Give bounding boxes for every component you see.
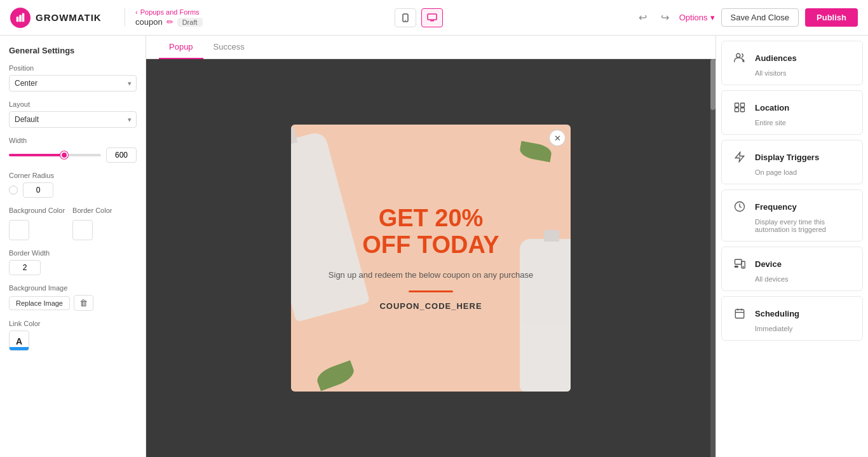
- logo-svg: [15, 12, 26, 24]
- layout-select[interactable]: Default: [9, 111, 137, 128]
- layout-label: Layout: [9, 100, 137, 108]
- breadcrumb-area: ‹ Popups and Forms coupon ✏ Draft: [125, 8, 203, 27]
- tabs-bar: Popup Success: [146, 36, 715, 59]
- triggers-value: On page load: [731, 168, 853, 176]
- mobile-view-btn[interactable]: [395, 8, 416, 27]
- display-triggers-card[interactable]: Display Triggers On page load: [721, 140, 863, 184]
- topbar-right: ↩ ↪ Options ▾ Save And Close Publish: [635, 8, 858, 27]
- audiences-title: Audiences: [755, 53, 797, 63]
- popup-subtext: Sign up and redeem the below coupon on a…: [329, 269, 533, 282]
- frequency-title: Frequency: [755, 202, 797, 212]
- position-group: Position Center: [9, 64, 137, 92]
- options-button[interactable]: Options ▾: [679, 13, 715, 22]
- main-layout: General Settings Position Center Layout …: [0, 36, 868, 457]
- location-svg: [734, 102, 745, 113]
- topbar: GROWMATIK ‹ Popups and Forms coupon ✏ Dr…: [0, 0, 868, 36]
- audiences-card[interactable]: Audiences All visitors: [721, 41, 863, 85]
- breadcrumb-current: coupon ✏ Draft: [135, 17, 203, 27]
- link-color-swatch[interactable]: A: [9, 331, 29, 351]
- width-input[interactable]: 600: [106, 147, 137, 163]
- scheduling-title: Scheduling: [755, 309, 799, 318]
- tab-popup[interactable]: Popup: [159, 36, 203, 59]
- popup-divider: [409, 290, 453, 292]
- calendar-icon: [731, 304, 749, 322]
- border-width-input[interactable]: 2: [9, 260, 41, 275]
- desktop-view-btn[interactable]: [421, 8, 443, 27]
- width-label: Width: [9, 137, 137, 144]
- logo-icon: [10, 8, 31, 28]
- svg-rect-10: [735, 108, 739, 112]
- replace-image-button[interactable]: Replace Image: [9, 296, 70, 310]
- scheduling-header: Scheduling: [731, 304, 853, 322]
- popup-headline: GET 20% OFF TODAY: [329, 205, 533, 259]
- width-slider-thumb[interactable]: [60, 151, 68, 159]
- popup-close-button[interactable]: ✕: [549, 130, 566, 146]
- background-color-swatch[interactable]: [9, 220, 29, 240]
- svg-point-15: [743, 266, 743, 267]
- position-label: Position: [9, 64, 137, 72]
- topbar-center: [210, 8, 627, 27]
- undo-button[interactable]: ↩: [635, 9, 651, 26]
- leaf-left-decoration: [315, 360, 357, 392]
- position-select[interactable]: Center: [9, 75, 137, 92]
- background-image-group: Background Image Replace Image 🗑: [9, 284, 137, 311]
- svg-marker-12: [735, 153, 744, 162]
- svg-rect-0: [17, 17, 19, 22]
- width-row: 600: [9, 147, 137, 163]
- corner-radius-input[interactable]: 0: [23, 182, 53, 198]
- svg-point-7: [736, 53, 740, 57]
- redo-button[interactable]: ↪: [657, 9, 673, 26]
- popup-headline-line2: OFF TODAY: [329, 232, 533, 259]
- border-color-swatch[interactable]: [72, 220, 93, 240]
- background-image-label: Background Image: [9, 284, 137, 292]
- position-select-wrapper[interactable]: Center: [9, 75, 137, 92]
- trash-icon: 🗑: [79, 298, 88, 308]
- clock-icon: [731, 198, 749, 215]
- calendar-svg: [734, 308, 745, 319]
- tab-success[interactable]: Success: [203, 36, 255, 59]
- replace-image-row: Replace Image 🗑: [9, 295, 137, 311]
- svg-rect-6: [430, 20, 434, 22]
- device-header: Device: [731, 255, 853, 273]
- breadcrumb-parent[interactable]: ‹ Popups and Forms: [135, 8, 203, 16]
- svg-rect-8: [735, 103, 739, 107]
- location-icon: [731, 99, 749, 116]
- background-color-label: Background Color: [9, 207, 65, 214]
- draft-badge: Draft: [177, 18, 203, 27]
- leaf-right-decoration: [519, 141, 553, 162]
- popup-headline-line1: GET 20%: [329, 205, 533, 232]
- scroll-thumb[interactable]: [710, 59, 715, 110]
- right-panel: Audiences All visitors Location Entire s…: [715, 36, 868, 457]
- layout-select-wrapper[interactable]: Default: [9, 111, 137, 128]
- device-card[interactable]: Device All devices: [721, 247, 863, 291]
- device-icon: [731, 255, 749, 273]
- close-icon: ✕: [554, 133, 561, 143]
- location-card[interactable]: Location Entire site: [721, 90, 863, 135]
- scheduling-card[interactable]: Scheduling Immediately: [721, 296, 863, 341]
- border-color-label: Border Color: [72, 207, 112, 214]
- location-title: Location: [755, 103, 789, 113]
- color-row: Background Color Border Color: [9, 207, 137, 240]
- canvas-area: Popup Success ✕ GET 20% OFF TODAY Sign u…: [146, 36, 715, 457]
- triggers-header: Display Triggers: [731, 148, 853, 166]
- breadcrumb-name: coupon: [135, 17, 163, 27]
- publish-button[interactable]: Publish: [805, 8, 858, 27]
- frequency-card[interactable]: Frequency Display every time this automa…: [721, 189, 863, 242]
- popup-card: ✕ GET 20% OFF TODAY Sign up and redeem t…: [291, 125, 571, 392]
- mobile-icon: [401, 13, 410, 22]
- scroll-track[interactable]: [710, 59, 715, 457]
- delete-image-button[interactable]: 🗑: [74, 295, 93, 311]
- edit-icon[interactable]: ✏: [166, 17, 173, 27]
- background-color-group: Background Color: [9, 207, 65, 240]
- svg-rect-14: [735, 259, 742, 264]
- trigger-icon: [731, 148, 749, 166]
- corner-radius-dot[interactable]: [9, 186, 18, 194]
- save-and-close-button[interactable]: Save And Close: [721, 8, 799, 27]
- device-title: Device: [755, 259, 782, 269]
- corner-radius-label: Corner Radius: [9, 172, 137, 179]
- left-panel: General Settings Position Center Layout …: [0, 36, 146, 457]
- svg-point-4: [405, 20, 406, 21]
- corner-radius-group: Corner Radius 0: [9, 172, 137, 198]
- audiences-header: Audiences: [731, 49, 853, 67]
- width-slider-track[interactable]: [9, 154, 101, 156]
